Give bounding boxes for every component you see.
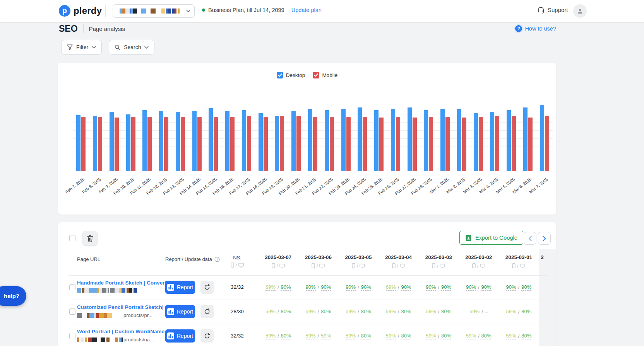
desktop-score-link[interactable]: 80%	[361, 333, 371, 339]
mobile-score-link[interactable]: 59%	[306, 309, 316, 315]
desktop-bar	[523, 107, 528, 171]
desktop-score-link[interactable]: 80%	[401, 309, 411, 315]
pagination-next-button[interactable]	[538, 232, 551, 245]
desktop-score-link[interactable]: 80%	[481, 333, 492, 339]
mobile-score-link[interactable]: 59%	[466, 333, 476, 339]
row-checkbox[interactable]	[69, 333, 75, 339]
help-chat-bubble[interactable]: help?	[0, 286, 26, 306]
select-all-checkbox[interactable]	[69, 235, 75, 241]
mobile-score-link[interactable]: 59%	[265, 309, 276, 315]
avatar[interactable]	[573, 4, 587, 18]
chevron-down-icon	[144, 46, 149, 49]
score-cell: 59%/80%	[338, 308, 379, 315]
mobile-score-link[interactable]: 59%	[506, 333, 516, 339]
row-checkbox[interactable]	[69, 309, 75, 315]
desktop-bar	[93, 116, 97, 171]
mobile-score-link[interactable]: 59%	[386, 333, 396, 339]
report-button[interactable]: Report	[165, 305, 195, 318]
ns-device-icons: /	[222, 262, 253, 268]
mobile-bar	[528, 118, 533, 171]
mobile-score-link[interactable]: 59%	[306, 333, 316, 339]
mobile-score-link[interactable]: 59%	[426, 309, 436, 315]
page-url-link[interactable]: Handmade Portrait Sketch | Convert P...	[77, 280, 175, 286]
update-data-button[interactable]	[200, 305, 214, 318]
desktop-checkbox-checked-icon	[277, 72, 283, 78]
mobile-score-link[interactable]: 69%	[265, 284, 276, 291]
slash: /	[481, 309, 483, 315]
column-header-date: 2025-03-02	[459, 254, 499, 261]
mobile-score-link[interactable]: 69%	[386, 284, 396, 291]
update-data-button[interactable]	[200, 329, 214, 343]
desktop-bar	[110, 112, 114, 171]
mobile-score-link[interactable]: 59%	[469, 309, 480, 315]
mobile-score-link[interactable]: 90%	[346, 284, 356, 291]
desktop-score-link[interactable]: 90%	[281, 284, 291, 291]
desktop-score-link[interactable]: 90%	[481, 284, 492, 291]
slash: /	[277, 285, 279, 290]
desktop-score-link[interactable]: 90%	[521, 284, 531, 291]
mobile-score-link[interactable]: 90%	[306, 284, 316, 291]
mobile-score-link[interactable]: 59%	[346, 309, 356, 315]
filter-dropdown-button[interactable]: Filter	[61, 40, 102, 55]
desktop-score-link[interactable]: 90%	[441, 284, 451, 291]
ns-value: 32/32	[222, 284, 253, 290]
desktop-score-link[interactable]: 80%	[281, 309, 291, 315]
desktop-score-link[interactable]: 90%	[361, 284, 371, 291]
monitor-icon	[279, 264, 285, 268]
redacted-pixel-block	[101, 337, 105, 342]
how-to-use-link[interactable]: ? How to use?	[515, 25, 556, 32]
delete-selected-button[interactable]	[82, 231, 98, 246]
update-plan-link[interactable]: Update plan	[291, 7, 322, 13]
desktop-bar	[242, 110, 246, 171]
mobile-score-link[interactable]: 90%	[426, 284, 436, 291]
desktop-score-link[interactable]: 90%	[321, 284, 331, 291]
desktop-score-link[interactable]: 80%	[321, 309, 331, 315]
mobile-score-link[interactable]: 59%	[386, 309, 396, 315]
mobile-score-link[interactable]: 90%	[506, 284, 516, 291]
desktop-score-link[interactable]: 80%	[441, 333, 451, 339]
column-header-date: 2025-03-05	[338, 254, 379, 261]
mobile-score-link[interactable]: 59%	[506, 309, 516, 315]
monitor-icon	[360, 264, 365, 268]
redacted-pixel-block	[151, 9, 156, 14]
redacted-pixel-block	[92, 337, 97, 342]
support-button[interactable]: Support	[537, 6, 568, 14]
desktop-bar	[225, 111, 230, 171]
desktop-score-link[interactable]: 80%	[521, 333, 531, 339]
ns-value: 32/32	[222, 333, 253, 339]
desktop-score-link[interactable]: 90%	[401, 284, 411, 291]
export-to-google-button[interactable]: Export to Google	[459, 231, 523, 245]
report-button[interactable]: Report	[165, 329, 195, 343]
legend-mobile-toggle[interactable]: Mobile	[313, 72, 337, 78]
redacted-pixel-block	[178, 9, 180, 14]
mobile-score-link[interactable]: 59%	[346, 333, 356, 339]
desktop-score-link[interactable]: 80%	[521, 309, 531, 315]
question-circle-icon: ?	[515, 25, 522, 32]
desktop-score-link[interactable]: 80%	[361, 309, 371, 315]
legend-desktop-toggle[interactable]: Desktop	[277, 72, 305, 78]
desktop-score-link[interactable]: 59%	[321, 333, 331, 339]
pagination-prev-button[interactable]	[524, 232, 536, 245]
desktop-score-link[interactable]: 80%	[441, 309, 451, 315]
update-data-button[interactable]	[200, 281, 214, 294]
plan-status-dot	[202, 9, 205, 12]
report-button[interactable]: Report	[165, 281, 195, 294]
redacted-pixel-block	[125, 9, 130, 14]
info-icon[interactable]	[214, 257, 220, 262]
page-url-link[interactable]: Customized Pencil Portrait Sketch| C...	[77, 304, 173, 310]
row-checkbox[interactable]	[69, 284, 75, 290]
desktop-score-link[interactable]: 80%	[401, 333, 411, 339]
mobile-bar	[379, 118, 384, 171]
slash: /	[398, 333, 399, 339]
desktop-score-link[interactable]: 80%	[281, 333, 291, 339]
redacted-pixel-block	[145, 9, 146, 14]
mobile-score-link[interactable]: 59%	[426, 333, 436, 339]
mobile-score-link[interactable]: 90%	[466, 284, 476, 291]
plerdy-logo[interactable]: p plerdy	[59, 5, 102, 17]
desktop-bar	[126, 114, 130, 171]
mobile-score-link[interactable]: 59%	[265, 333, 276, 339]
page-url-link[interactable]: Word Portrait | Custom Word/Name P...	[77, 329, 173, 334]
project-selector-dropdown[interactable]	[113, 4, 195, 18]
date-device-icons: /	[258, 263, 298, 268]
search-dropdown-button[interactable]: Search	[109, 40, 154, 55]
